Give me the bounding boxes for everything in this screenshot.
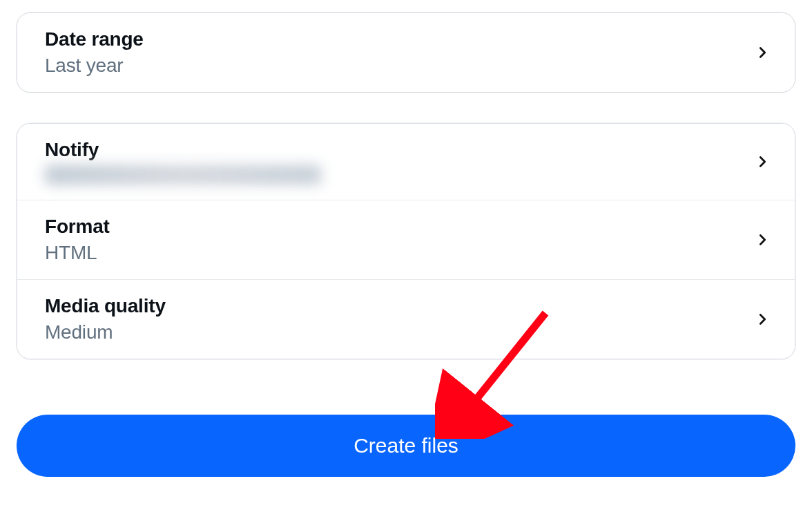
media-quality-row[interactable]: Media quality Medium [17, 279, 795, 359]
format-row[interactable]: Format HTML [17, 200, 795, 279]
notify-value [45, 165, 321, 185]
chevron-right-icon [755, 312, 770, 327]
notify-row[interactable]: Notify [17, 124, 795, 200]
format-value: HTML [45, 242, 110, 264]
chevron-right-icon [755, 154, 770, 169]
notify-text: Notify [45, 139, 321, 185]
date-range-text: Date range Last year [45, 28, 144, 77]
date-range-card: Date range Last year [17, 12, 795, 93]
create-files-button[interactable]: Create files [17, 415, 795, 477]
media-quality-text: Media quality Medium [45, 295, 166, 343]
media-quality-label: Media quality [45, 295, 166, 317]
format-label: Format [45, 216, 110, 238]
format-text: Format HTML [45, 216, 110, 264]
chevron-right-icon [755, 232, 770, 247]
media-quality-value: Medium [45, 321, 166, 343]
notify-label: Notify [45, 139, 321, 161]
chevron-right-icon [755, 45, 770, 60]
options-card: Notify Format HTML Media quality Medium [17, 123, 795, 359]
date-range-label: Date range [45, 28, 144, 50]
date-range-row[interactable]: Date range Last year [17, 13, 795, 92]
date-range-value: Last year [45, 55, 144, 77]
